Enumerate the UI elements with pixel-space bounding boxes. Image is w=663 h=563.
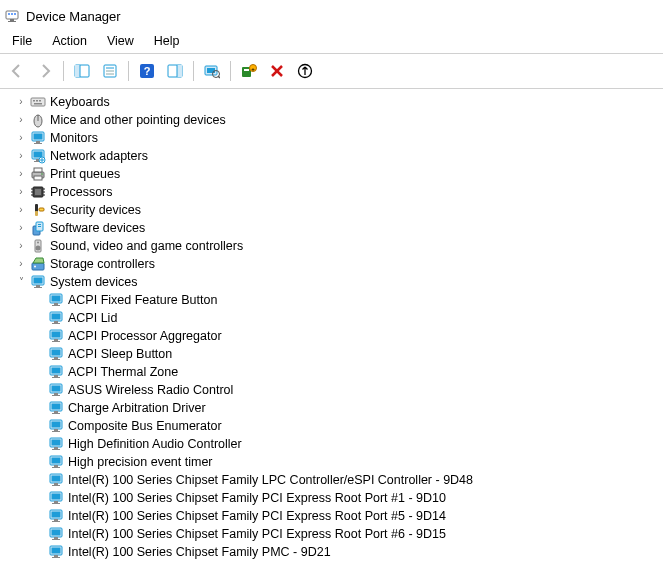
svg-text:?: ? xyxy=(144,65,151,77)
printer-icon xyxy=(30,166,46,182)
device-item[interactable]: Intel(R) 100 Series Chipset Family PCI E… xyxy=(32,507,663,525)
toolbar-sep-1 xyxy=(63,61,64,81)
toggle-blank xyxy=(32,293,46,307)
toggle-blank xyxy=(32,401,46,415)
device-category-network-adapters[interactable]: ›Network adapters xyxy=(14,147,663,165)
device-category-mice-and-other-pointing-devices[interactable]: ›Mice and other pointing devices xyxy=(14,111,663,129)
device-item[interactable]: Intel(R) 100 Series Chipset Family PCI E… xyxy=(32,525,663,543)
svg-rect-16 xyxy=(177,65,182,77)
device-item[interactable]: ACPI Thermal Zone xyxy=(32,363,663,381)
category-label: Software devices xyxy=(50,219,145,237)
collapse-icon[interactable]: ˅ xyxy=(14,275,28,289)
system-icon xyxy=(48,418,64,434)
toggle-blank xyxy=(32,311,46,325)
svg-text:+: + xyxy=(251,66,255,72)
window-title: Device Manager xyxy=(26,9,121,24)
show-tree-button[interactable] xyxy=(69,58,95,84)
toggle-blank xyxy=(32,527,46,541)
toggle-blank xyxy=(32,491,46,505)
toggle-blank xyxy=(32,473,46,487)
toggle-blank xyxy=(32,437,46,451)
system-icon xyxy=(48,346,64,362)
network-icon xyxy=(30,148,46,164)
system-icon xyxy=(48,544,64,560)
add-legacy-button[interactable]: + xyxy=(236,58,262,84)
remove-button[interactable] xyxy=(264,58,290,84)
menu-help[interactable]: Help xyxy=(144,32,190,50)
device-label: Intel(R) 100 Series Chipset Family PCI E… xyxy=(68,489,446,507)
system-icon xyxy=(48,436,64,452)
forward-button[interactable] xyxy=(32,58,58,84)
device-item[interactable]: ACPI Lid xyxy=(32,309,663,327)
device-item[interactable]: ACPI Sleep Button xyxy=(32,345,663,363)
menu-file[interactable]: File xyxy=(2,32,42,50)
category-label: Security devices xyxy=(50,201,141,219)
device-item[interactable]: ACPI Processor Aggregator xyxy=(32,327,663,345)
device-item[interactable]: Charge Arbitration Driver xyxy=(32,399,663,417)
toggle-blank xyxy=(32,365,46,379)
toggle-blank[interactable]: › xyxy=(14,131,28,145)
device-children: ACPI Fixed Feature ButtonACPI LidACPI Pr… xyxy=(14,291,663,561)
category-label: Monitors xyxy=(50,129,98,147)
device-item[interactable]: Composite Bus Enumerator xyxy=(32,417,663,435)
toggle-blank xyxy=(32,509,46,523)
toggle-blank[interactable]: › xyxy=(14,257,28,271)
device-category-software-devices[interactable]: ›Software devices xyxy=(14,219,663,237)
device-item[interactable]: High precision event timer xyxy=(32,453,663,471)
properties-icon xyxy=(102,63,118,79)
update-button[interactable] xyxy=(292,58,318,84)
device-category-keyboards[interactable]: ›Keyboards xyxy=(14,93,663,111)
toolbar-sep-2 xyxy=(128,61,129,81)
toggle-blank[interactable]: › xyxy=(14,149,28,163)
menu-action[interactable]: Action xyxy=(42,32,97,50)
device-category-system-devices[interactable]: ˅System devices xyxy=(14,273,663,291)
device-label: High Definition Audio Controller xyxy=(68,435,242,453)
toggle-blank xyxy=(32,347,46,361)
toggle-blank xyxy=(32,455,46,469)
svg-point-4 xyxy=(11,13,13,15)
action-pane-icon xyxy=(167,63,183,79)
svg-point-5 xyxy=(14,13,16,15)
toggle-blank[interactable]: › xyxy=(14,95,28,109)
scan-button[interactable] xyxy=(199,58,225,84)
toolbar-sep-4 xyxy=(230,61,231,81)
back-icon xyxy=(9,63,25,79)
device-category-processors[interactable]: ›Processors xyxy=(14,183,663,201)
system-icon xyxy=(48,490,64,506)
toggle-blank[interactable]: › xyxy=(14,203,28,217)
svg-rect-7 xyxy=(75,65,80,77)
device-item[interactable]: ASUS Wireless Radio Control xyxy=(32,381,663,399)
category-label: Print queues xyxy=(50,165,120,183)
toggle-blank[interactable]: › xyxy=(14,221,28,235)
remove-icon xyxy=(269,63,285,79)
device-label: ACPI Thermal Zone xyxy=(68,363,178,381)
device-item[interactable]: Intel(R) 100 Series Chipset Family PCI E… xyxy=(32,489,663,507)
device-item[interactable]: High Definition Audio Controller xyxy=(32,435,663,453)
device-category-storage-controllers[interactable]: ›Storage controllers xyxy=(14,255,663,273)
menu-view[interactable]: View xyxy=(97,32,144,50)
device-label: Charge Arbitration Driver xyxy=(68,399,206,417)
device-category-print-queues[interactable]: ›Print queues xyxy=(14,165,663,183)
device-category-sound-video-and-game-controllers[interactable]: ›Sound, video and game controllers xyxy=(14,237,663,255)
toolbar: ? + xyxy=(0,54,663,89)
action-pane-button[interactable] xyxy=(162,58,188,84)
device-item[interactable]: ACPI Fixed Feature Button xyxy=(32,291,663,309)
titlebar: Device Manager xyxy=(0,0,663,30)
device-item[interactable]: Intel(R) 100 Series Chipset Family LPC C… xyxy=(32,471,663,489)
device-label: Intel(R) 100 Series Chipset Family PMC -… xyxy=(68,543,331,561)
category-label: Sound, video and game controllers xyxy=(50,237,243,255)
device-category-security-devices[interactable]: ›Security devices xyxy=(14,201,663,219)
help-button[interactable]: ? xyxy=(134,58,160,84)
toggle-blank[interactable]: › xyxy=(14,167,28,181)
toggle-blank[interactable]: › xyxy=(14,113,28,127)
svg-rect-1 xyxy=(10,19,14,21)
device-category-monitors[interactable]: ›Monitors xyxy=(14,129,663,147)
device-item[interactable]: Intel(R) 100 Series Chipset Family PMC -… xyxy=(32,543,663,561)
properties-button[interactable] xyxy=(97,58,123,84)
back-button[interactable] xyxy=(4,58,30,84)
svg-rect-2 xyxy=(8,21,16,22)
category-label: Storage controllers xyxy=(50,255,155,273)
toggle-blank[interactable]: › xyxy=(14,239,28,253)
toggle-blank[interactable]: › xyxy=(14,185,28,199)
sound-icon xyxy=(30,238,46,254)
